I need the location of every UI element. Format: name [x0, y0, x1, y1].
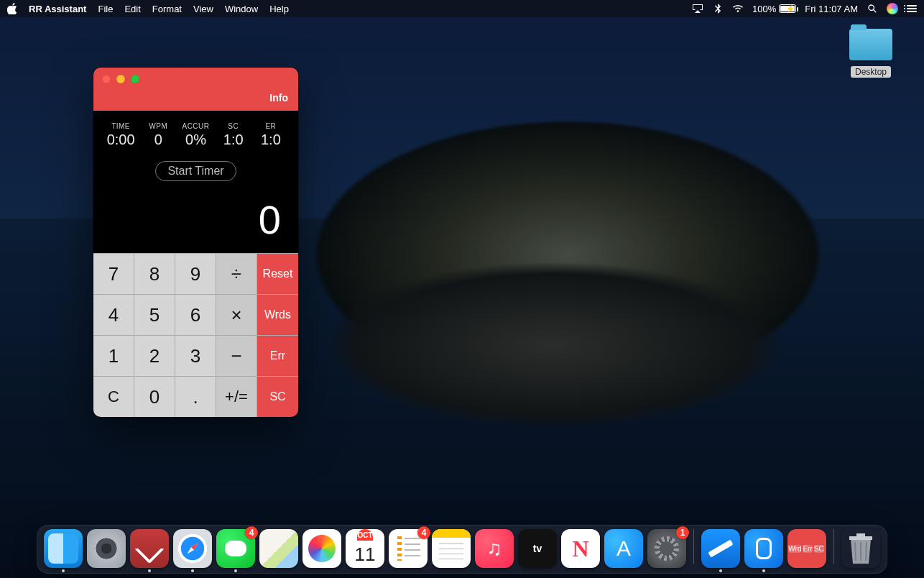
- charging-icon: ⚡: [785, 4, 795, 14]
- stat-sc: SC 1:0: [215, 122, 252, 148]
- menu-help[interactable]: Help: [269, 4, 289, 14]
- messages-badge: 4: [245, 526, 258, 539]
- key-decimal[interactable]: .: [175, 376, 216, 417]
- key-1[interactable]: 1: [93, 335, 134, 376]
- key-err[interactable]: Err: [257, 335, 298, 376]
- key-3[interactable]: 3: [175, 335, 216, 376]
- siri-icon[interactable]: [887, 3, 898, 14]
- battery-percentage: 100%: [752, 4, 776, 14]
- dock: 4 OCT 11 4 tv 1 Wrd Err SC: [37, 525, 887, 574]
- key-clear[interactable]: C: [93, 376, 134, 417]
- window-minimize-button[interactable]: [116, 75, 125, 83]
- key-divide[interactable]: ÷: [216, 253, 257, 294]
- key-words[interactable]: Wrds: [257, 294, 298, 335]
- menu-edit[interactable]: Edit: [124, 4, 140, 14]
- key-7[interactable]: 7: [93, 253, 134, 294]
- folder-icon: [849, 29, 892, 60]
- start-timer-button[interactable]: Start Timer: [155, 161, 236, 181]
- menu-format[interactable]: Format: [152, 4, 182, 14]
- wallpaper-island-shadow: [302, 259, 805, 474]
- desktop-folder-label: Desktop: [851, 66, 891, 78]
- dock-reminders[interactable]: 4: [389, 529, 428, 568]
- calendar-month: OCT: [357, 529, 372, 541]
- key-minus[interactable]: −: [216, 335, 257, 376]
- keypad: 7 8 9 ÷ Reset 4 5 6 × Wrds 1 2 3 − Err C…: [93, 253, 298, 417]
- dock-messages[interactable]: 4: [216, 529, 255, 568]
- dock-launchpad[interactable]: [87, 529, 126, 568]
- dock-maps[interactable]: [259, 529, 298, 568]
- window-titlebar[interactable]: Info: [93, 68, 298, 111]
- key-6[interactable]: 6: [175, 294, 216, 335]
- rr-assistant-window: Info TIME 0:00 WPM 0 ACCUR 0% SC 1:0 ER …: [93, 68, 298, 417]
- key-9[interactable]: 9: [175, 253, 216, 294]
- wifi-icon[interactable]: [732, 4, 744, 14]
- dock-rr-widget[interactable]: Wrd Err SC: [787, 529, 826, 568]
- dock-music[interactable]: [475, 529, 514, 568]
- dock-news[interactable]: [561, 529, 600, 568]
- dock-trash[interactable]: [841, 529, 880, 568]
- apple-menu-icon[interactable]: [7, 3, 19, 14]
- menubar-clock[interactable]: Fri 11:07 AM: [805, 4, 858, 14]
- display-value: 0: [102, 181, 290, 247]
- dock-system-preferences[interactable]: 1: [647, 529, 686, 568]
- dock-divider: [693, 529, 694, 564]
- spotlight-icon[interactable]: [867, 4, 878, 14]
- desktop-folder[interactable]: Desktop: [838, 29, 904, 78]
- info-button[interactable]: Info: [269, 92, 288, 104]
- key-multiply[interactable]: ×: [216, 294, 257, 335]
- stat-time: TIME 0:00: [102, 122, 139, 148]
- dock-app-store[interactable]: [604, 529, 643, 568]
- dock-container: 4 OCT 11 4 tv 1 Wrd Err SC: [0, 525, 924, 574]
- key-reset[interactable]: Reset: [257, 253, 298, 294]
- dock-calendar[interactable]: OCT 11: [346, 529, 384, 568]
- key-sc[interactable]: SC: [257, 376, 298, 417]
- dock-divider-2: [833, 529, 834, 564]
- notification-center-icon[interactable]: [907, 5, 917, 12]
- key-5[interactable]: 5: [134, 294, 175, 335]
- stat-wpm: WPM 0: [139, 122, 177, 148]
- battery-status[interactable]: 100% ⚡: [752, 4, 796, 14]
- settings-badge: 1: [676, 526, 689, 539]
- key-2[interactable]: 2: [134, 335, 175, 376]
- reminders-badge: 4: [417, 526, 430, 539]
- stat-accuracy: ACCUR 0%: [177, 122, 214, 148]
- menu-window[interactable]: Window: [225, 4, 258, 14]
- dock-notes[interactable]: [432, 529, 471, 568]
- dock-safari[interactable]: [173, 529, 212, 568]
- key-4[interactable]: 4: [93, 294, 134, 335]
- key-plus-equals[interactable]: +/=: [216, 376, 257, 417]
- window-close-button[interactable]: [102, 75, 111, 83]
- menubar: RR Assistant File Edit Format View Windo…: [0, 0, 924, 17]
- menu-view[interactable]: View: [193, 4, 213, 14]
- airplay-icon[interactable]: [692, 4, 703, 14]
- bluetooth-icon[interactable]: [712, 4, 724, 14]
- menu-file[interactable]: File: [98, 4, 113, 14]
- stat-er: ER 1:0: [252, 122, 290, 148]
- dock-xcode[interactable]: [701, 529, 740, 568]
- dock-finder[interactable]: [44, 529, 83, 568]
- window-zoom-button[interactable]: [131, 75, 139, 83]
- key-8[interactable]: 8: [134, 253, 175, 294]
- display-area: TIME 0:00 WPM 0 ACCUR 0% SC 1:0 ER 1:0 S…: [93, 111, 298, 253]
- calendar-day: 11: [355, 541, 376, 568]
- dock-tv[interactable]: tv: [518, 529, 557, 568]
- dock-1password[interactable]: [744, 529, 783, 568]
- dock-rr-assistant[interactable]: [130, 529, 169, 568]
- menubar-app-name[interactable]: RR Assistant: [29, 4, 86, 14]
- key-0[interactable]: 0: [134, 376, 175, 417]
- dock-photos[interactable]: [302, 529, 341, 568]
